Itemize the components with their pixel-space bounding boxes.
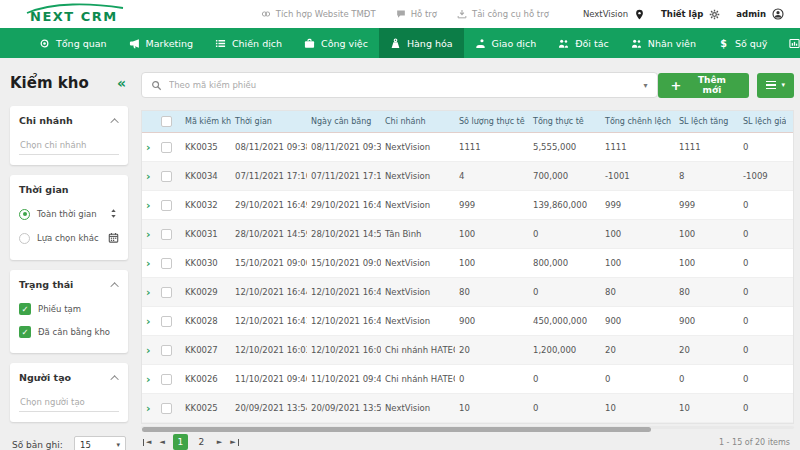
collapse-sidebar-button[interactable]: « xyxy=(117,76,126,90)
nav-item-1[interactable]: Marketing xyxy=(118,28,204,58)
expand-row-chevron[interactable]: › xyxy=(146,200,151,211)
column-header-8[interactable]: SL lệch giảm xyxy=(739,117,786,126)
radio-selected[interactable] xyxy=(19,209,30,220)
expand-row-chevron[interactable]: › xyxy=(146,403,151,414)
horizontal-scrollbar[interactable] xyxy=(141,426,794,429)
row-checkbox[interactable] xyxy=(161,403,172,414)
cell-5: 0 xyxy=(529,287,601,297)
row-checkbox[interactable] xyxy=(161,200,172,211)
row-checkbox[interactable] xyxy=(161,374,172,385)
column-header-6[interactable]: Tổng chênh lệch xyxy=(601,117,675,126)
sort-icon[interactable] xyxy=(108,208,119,219)
search-input[interactable] xyxy=(169,80,636,90)
select-all-checkbox[interactable] xyxy=(161,116,172,127)
nav-item-0[interactable]: Tổng quan xyxy=(28,28,118,58)
chevron-down-icon: ▾ xyxy=(781,81,785,89)
table-row[interactable]: ›KK002712/10/2021 16:0312/10/2021 16:03C… xyxy=(142,336,793,365)
column-header-4[interactable]: Số lượng thực tế xyxy=(455,117,529,126)
nav-item-3[interactable]: Công việc xyxy=(293,28,379,58)
cell-8: 0 xyxy=(739,200,786,210)
row-checkbox[interactable] xyxy=(161,287,172,298)
prev-page-button[interactable]: ◄ xyxy=(159,439,164,446)
first-page-button[interactable]: ◄ xyxy=(143,439,151,446)
nav-item-6[interactable]: Đối tác xyxy=(547,28,620,58)
row-checkbox[interactable] xyxy=(161,171,172,182)
column-header-7[interactable]: SL lệch tăng xyxy=(675,117,739,126)
campaign-icon xyxy=(215,38,226,49)
add-new-button[interactable]: + Thêm mới xyxy=(658,73,750,98)
nextcrm-logo[interactable]: NEXT CRM xyxy=(30,0,118,28)
cell-0: KK0027 xyxy=(181,345,231,355)
page-button-1[interactable]: 1 xyxy=(173,434,188,450)
sort-icon-slot[interactable] xyxy=(108,208,119,221)
row-checkbox[interactable] xyxy=(161,229,172,240)
nav-item-2[interactable]: Chiến dịch xyxy=(204,28,293,58)
column-header-3[interactable]: Chi nhánh xyxy=(381,117,455,126)
branch-input[interactable] xyxy=(19,136,119,155)
table-row[interactable]: ›KK003015/10/2021 09:0015/10/2021 09:00N… xyxy=(142,249,793,278)
expand-row-chevron[interactable]: › xyxy=(146,316,151,327)
expand-row-chevron[interactable]: › xyxy=(146,229,151,240)
calendar-icon-slot[interactable] xyxy=(108,232,119,245)
table-row[interactable]: ›KK002611/10/2021 09:4611/10/2021 09:46C… xyxy=(142,365,793,394)
table-row[interactable]: ›KK002812/10/2021 16:4112/10/2021 16:41N… xyxy=(142,307,793,336)
time-option-1[interactable]: Lựa chọn khác xyxy=(19,226,119,250)
user-menu[interactable]: admin xyxy=(736,9,766,19)
expand-row-chevron[interactable]: › xyxy=(146,258,151,269)
nav-item-8[interactable]: $Số quỹ xyxy=(707,28,779,58)
expand-row-chevron[interactable]: › xyxy=(146,171,151,182)
gear-icon[interactable] xyxy=(709,9,720,20)
table-row[interactable]: ›KK003128/10/2021 14:5928/10/2021 14:59T… xyxy=(142,220,793,249)
nav-item-9[interactable]: Báo cáo xyxy=(778,28,800,58)
nav-item-7[interactable]: Nhân viên xyxy=(620,28,707,58)
column-header-1[interactable]: Thời gian xyxy=(231,117,307,126)
page-button-2[interactable]: 2 xyxy=(194,434,209,450)
expand-row-chevron[interactable]: › xyxy=(146,345,151,356)
search-type-dropdown[interactable]: ▾ xyxy=(643,81,647,90)
table-row[interactable]: ›KK003407/11/2021 17:1007/11/2021 17:11N… xyxy=(142,162,793,191)
expand-row-chevron[interactable]: › xyxy=(146,287,151,298)
company-name[interactable]: NextVision xyxy=(583,9,628,19)
nav-item-5[interactable]: Giao dịch xyxy=(464,28,548,58)
table-row[interactable]: ›KK002912/10/2021 16:4412/10/2021 16:44N… xyxy=(142,278,793,307)
column-header-2[interactable]: Ngày cân bằng xyxy=(307,117,381,126)
row-checkbox[interactable] xyxy=(161,142,172,153)
column-header-0[interactable]: Mã kiểm kho xyxy=(181,117,231,126)
cell-5: 0 xyxy=(529,374,601,384)
creator-input[interactable] xyxy=(19,393,119,412)
table-row[interactable]: ›KK003229/10/2021 16:4929/10/2021 16:49N… xyxy=(142,191,793,220)
topbar-link-1[interactable]: Hỗ trợ xyxy=(396,9,437,19)
last-page-button[interactable]: ► xyxy=(230,439,238,446)
nav-item-4[interactable]: Hàng hóa xyxy=(379,28,464,58)
expand-row-chevron[interactable]: › xyxy=(146,142,151,153)
row-checkbox[interactable] xyxy=(161,316,172,327)
radio-unselected[interactable] xyxy=(19,233,30,244)
cell-0: KK0028 xyxy=(181,316,231,326)
grid-menu-button[interactable]: ▾ xyxy=(757,73,794,98)
checkbox-checked[interactable]: ✓ xyxy=(19,326,31,338)
status-option-1[interactable]: ✓Đã cân bằng kho xyxy=(19,320,119,343)
column-header-5[interactable]: Tổng thực tế xyxy=(529,117,601,126)
topbar-link-2[interactable]: Tải công cụ hỗ trợ xyxy=(457,9,549,19)
table-row[interactable]: ›KK003508/11/2021 09:3808/11/2021 09:38N… xyxy=(142,133,793,162)
cell-8: 0 xyxy=(739,316,786,326)
expand-row-chevron[interactable]: › xyxy=(146,374,151,385)
cell-2: 12/10/2021 16:41 xyxy=(307,316,381,326)
next-page-button[interactable]: ► xyxy=(217,439,222,446)
chevron-up-icon[interactable] xyxy=(110,282,118,290)
checkbox-checked[interactable]: ✓ xyxy=(19,303,31,315)
calendar-icon[interactable] xyxy=(108,232,119,243)
row-checkbox[interactable] xyxy=(161,345,172,356)
settings-link[interactable]: Thiết lập xyxy=(661,9,703,19)
cell-7: 0 xyxy=(675,374,739,384)
status-option-0[interactable]: ✓Phiếu tạm xyxy=(19,297,119,320)
chevron-up-icon[interactable] xyxy=(110,118,118,126)
topbar-link-0[interactable]: Tích hợp Website TMĐT xyxy=(261,9,376,19)
topbar: NEXT CRM Tích hợp Website TMĐTHỗ trợTải … xyxy=(0,0,800,28)
scrollbar-thumb[interactable] xyxy=(142,427,651,432)
table-row[interactable]: ›KK002520/09/2021 13:5420/09/2021 13:54N… xyxy=(142,394,793,423)
chevron-up-icon[interactable] xyxy=(110,375,118,383)
row-checkbox[interactable] xyxy=(161,258,172,269)
records-per-page-select[interactable]: 15 ▾ xyxy=(74,436,126,450)
time-option-0[interactable]: Toàn thời gian xyxy=(19,202,119,226)
